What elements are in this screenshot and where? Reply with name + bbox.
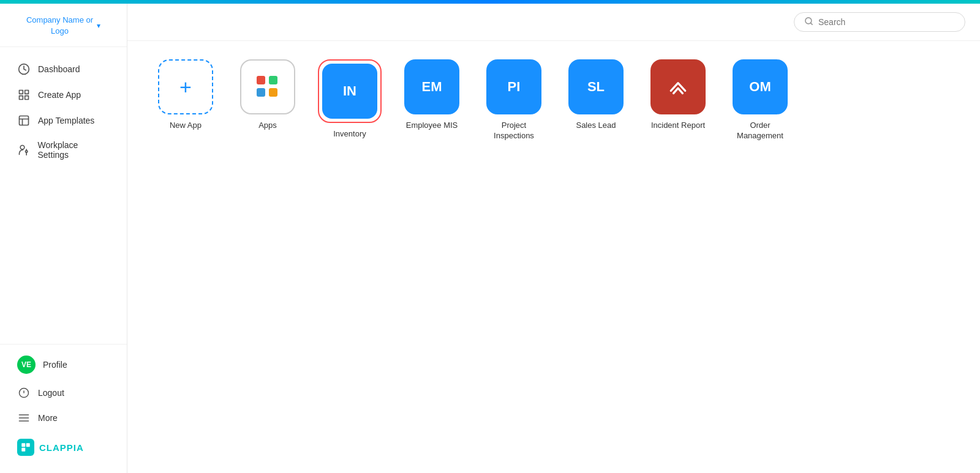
svg-rect-4 (20, 96, 23, 100)
sidebar-item-logout[interactable]: Logout (5, 381, 122, 404)
dashboard-label: Dashboard (38, 64, 80, 74)
sidebar-item-more[interactable]: More (5, 406, 122, 430)
sidebar-item-app-templates[interactable]: App Templates (5, 108, 122, 133)
apps-tile[interactable]: Apps (234, 59, 301, 141)
sidebar-item-workplace-settings[interactable]: Workplace Settings (5, 134, 122, 166)
incident-report-tile[interactable]: Incident Report (644, 59, 712, 141)
svg-point-8 (20, 146, 24, 150)
chevron-down-icon: ▾ (97, 21, 100, 30)
sales-lead-label: Sales Lead (576, 121, 616, 131)
svg-rect-3 (25, 96, 29, 100)
sidebar-bottom: VE Profile Logout More (0, 344, 127, 473)
workplace-settings-icon (17, 144, 30, 156)
new-app-tile[interactable]: + New App (152, 59, 219, 141)
apps-label: Apps (258, 121, 277, 131)
workplace-settings-label: Workplace Settings (37, 140, 110, 160)
main-content: + New App Apps (127, 4, 980, 473)
app-templates-icon (17, 114, 31, 127)
project-inspections-label: ProjectInspections (494, 121, 534, 141)
sales-lead-icon: SL (568, 59, 624, 114)
create-app-label: Create App (38, 90, 81, 100)
profile-avatar: VE (17, 356, 36, 374)
svg-line-19 (810, 23, 812, 24)
order-management-tile[interactable]: OM OrderManagement (726, 59, 794, 141)
clappia-icon (17, 439, 34, 456)
sidebar-item-profile[interactable]: VE Profile (5, 349, 122, 380)
svg-rect-5 (20, 116, 29, 125)
clappia-label: CLAPPIA (39, 442, 84, 453)
apps-folder-icon (240, 59, 295, 114)
new-app-label: New App (170, 121, 202, 131)
create-app-icon (17, 89, 31, 101)
incident-report-icon (650, 59, 706, 114)
order-management-icon: OM (733, 59, 788, 114)
sidebar-item-create-app[interactable]: Create App (5, 83, 122, 107)
employee-mis-icon: EM (404, 59, 459, 114)
employee-mis-tile[interactable]: EM Employee MIS (398, 59, 466, 141)
svg-rect-15 (21, 443, 25, 447)
clappia-branding[interactable]: CLAPPIA (5, 431, 122, 463)
inventory-icon: IN (322, 64, 377, 119)
svg-rect-16 (26, 443, 30, 447)
project-inspections-tile[interactable]: PI ProjectInspections (480, 59, 548, 141)
search-bar[interactable] (794, 12, 965, 32)
search-input[interactable] (818, 17, 955, 27)
sidebar-item-dashboard[interactable]: Dashboard (5, 57, 122, 81)
main-header (127, 4, 980, 41)
svg-rect-17 (21, 448, 25, 452)
app-grid: + New App Apps (152, 59, 956, 141)
company-logo-text: Company Name orLogo (26, 15, 93, 37)
app-templates-label: App Templates (38, 116, 94, 125)
inventory-label: Inventory (333, 129, 366, 140)
company-logo[interactable]: Company Name orLogo ▾ (0, 4, 127, 47)
app-grid-area: + New App Apps (127, 41, 980, 473)
more-label: More (38, 413, 58, 423)
sales-lead-tile[interactable]: SL Sales Lead (562, 59, 630, 141)
incident-report-label: Incident Report (651, 121, 705, 131)
search-icon (804, 17, 813, 28)
employee-mis-label: Employee MIS (406, 121, 458, 131)
new-app-icon: + (158, 59, 213, 114)
svg-rect-1 (20, 91, 23, 94)
sidebar: Company Name orLogo ▾ Dashboard (0, 4, 127, 473)
inventory-tile[interactable]: IN Inventory (316, 59, 383, 141)
apps-dots (257, 76, 279, 98)
sidebar-nav: Dashboard Create App A (0, 47, 127, 344)
profile-label: Profile (43, 360, 67, 370)
logout-label: Logout (38, 388, 64, 398)
more-icon (17, 412, 31, 424)
dashboard-icon (17, 63, 31, 75)
logout-icon (17, 387, 31, 398)
order-management-label: OrderManagement (737, 121, 783, 141)
project-inspections-icon: PI (486, 59, 541, 114)
svg-rect-2 (25, 91, 29, 94)
